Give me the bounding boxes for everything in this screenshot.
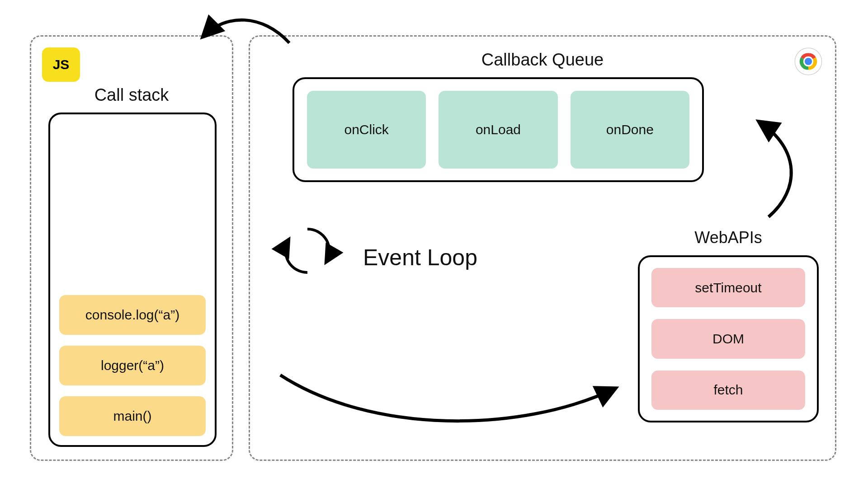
callback-queue-box: onClick onLoad onDone [292,77,704,182]
queue-item: onLoad [439,91,557,169]
js-badge-label: JS [53,57,70,72]
webapi-item-label: setTimeout [695,280,761,296]
stack-frame-label: logger(“a”) [101,358,164,373]
queue-item-label: onClick [344,122,388,137]
queue-item: onDone [571,91,689,169]
call-stack-title: Call stack [31,85,232,105]
webapi-item-label: DOM [712,331,744,347]
stack-frame-label: console.log(“a”) [85,307,179,323]
js-badge: JS [42,47,80,82]
webapi-item: fetch [651,371,805,410]
stack-frame: console.log(“a”) [59,295,206,335]
queue-item-label: onDone [606,122,654,137]
diagram-canvas: JS Call stack console.log(“a”) logger(“a… [0,0,868,488]
stack-frame: logger(“a”) [59,346,206,385]
event-loop-label: Event Loop [363,244,477,271]
browser-panel: Callback Queue onClick onLoad onDone Eve… [249,35,836,461]
queue-item: onClick [307,91,426,169]
call-stack-box: console.log(“a”) logger(“a”) main() [48,113,217,447]
webapis-box: setTimeout DOM fetch [638,255,819,422]
webapi-item: setTimeout [651,268,805,307]
stack-frame: main() [59,396,206,436]
webapi-item-label: fetch [713,382,743,398]
queue-item-label: onLoad [476,122,521,137]
js-panel: JS Call stack console.log(“a”) logger(“a… [30,35,233,461]
callback-queue-title: Callback Queue [250,50,835,70]
stack-frame-label: main() [113,408,151,424]
webapis-title: WebAPIs [638,228,819,247]
webapi-item: DOM [651,319,805,358]
